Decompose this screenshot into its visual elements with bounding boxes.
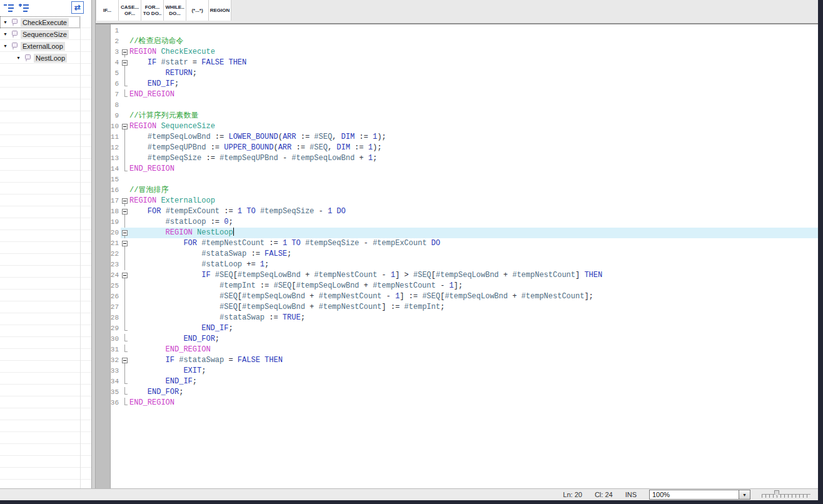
code-line-6[interactable]: 6 END_IF; xyxy=(96,79,818,89)
code-line-35[interactable]: 35 END_FOR; xyxy=(96,387,818,398)
code-line-12[interactable]: 12 #tempSeqUPBnd := UPPER_BOUND(ARR := #… xyxy=(96,143,818,153)
fold-collapse-icon[interactable] xyxy=(121,238,129,249)
code-line-30[interactable]: 30 END_FOR; xyxy=(96,334,818,345)
fold-gutter xyxy=(121,132,129,143)
code-text xyxy=(129,174,818,185)
fold-collapse-icon[interactable] xyxy=(121,196,129,206)
expand-triangle-icon[interactable]: ▼ xyxy=(3,44,10,48)
code-line-28[interactable]: 28 #stataSwap := TRUE; xyxy=(96,313,818,323)
code-line-14[interactable]: 14END_REGION xyxy=(96,164,818,174)
fold-gutter xyxy=(121,143,129,153)
code-text: //计算序列元素数量 xyxy=(129,111,818,121)
code-line-15[interactable]: 15 xyxy=(96,174,818,185)
expand-triangle-icon[interactable]: ▼ xyxy=(3,20,10,24)
code-line-26[interactable]: 26 #SEQ[#tempSeqLowBnd + #tempNestCount … xyxy=(96,291,818,302)
line-number: 29 xyxy=(96,323,121,334)
status-insert-mode: INS xyxy=(625,491,637,498)
fold-collapse-icon[interactable] xyxy=(121,206,129,217)
fold-gutter xyxy=(121,398,129,408)
code-line-33[interactable]: 33 EXIT; xyxy=(96,366,818,376)
sync-navigation-button[interactable]: ⇄ xyxy=(71,1,84,14)
code-line-22[interactable]: 22 #stataSwap := FALSE; xyxy=(96,249,818,260)
chevron-down-icon[interactable]: ▼ xyxy=(739,490,750,499)
code-line-20[interactable]: 20 REGION NestLoop xyxy=(96,228,818,238)
code-line-34[interactable]: 34 END_IF; xyxy=(96,376,818,387)
code-text: #statLoop += 1; xyxy=(129,260,818,270)
tree-item-ExternalLoop[interactable]: ▼ExternalLoop xyxy=(0,40,80,52)
tree-item-SequenceSize[interactable]: ▼SequenceSize xyxy=(0,28,80,40)
zoom-combobox[interactable]: 100% ▼ xyxy=(649,490,750,500)
line-number: 24 xyxy=(96,270,121,281)
status-line-indicator: Ln: 20 xyxy=(563,491,582,498)
insert-comment-button[interactable]: (*...*) xyxy=(186,0,209,21)
line-number: 14 xyxy=(96,164,121,174)
code-text: #tempSeqUPBnd := UPPER_BOUND(ARR := #SEQ… xyxy=(129,143,818,153)
code-line-21[interactable]: 21 FOR #tempNestCount := 1 TO #tempSeqSi… xyxy=(96,238,818,249)
code-line-23[interactable]: 23 #statLoop += 1; xyxy=(96,260,818,270)
tree-item-NestLoop[interactable]: ▼NestLoop xyxy=(0,52,80,64)
expand-triangle-icon[interactable]: ▼ xyxy=(16,56,23,60)
code-line-2[interactable]: 2//检查启动命令 xyxy=(96,36,818,47)
tree-item-CheckExecute[interactable]: ▼CheckExecute xyxy=(0,16,80,28)
zoom-value: 100% xyxy=(650,490,739,499)
insert-while-button[interactable]: WHILE..DO... xyxy=(164,0,186,21)
code-text: END_FOR; xyxy=(129,387,818,398)
fold-gutter xyxy=(121,217,129,228)
line-number: 9 xyxy=(96,111,121,121)
code-line-7[interactable]: 7END_REGION xyxy=(96,89,818,100)
fold-collapse-icon[interactable] xyxy=(121,58,129,68)
fold-gutter xyxy=(121,36,129,47)
insert-case-button[interactable]: CASE...OF... xyxy=(119,0,141,21)
fold-collapse-icon[interactable] xyxy=(121,228,129,238)
fold-gutter xyxy=(121,313,129,323)
code-line-13[interactable]: 13 #tempSeqSize := #tempSeqUPBnd - #temp… xyxy=(96,153,818,164)
fold-collapse-icon[interactable] xyxy=(121,355,129,366)
code-line-19[interactable]: 19 #statLoop := 0; xyxy=(96,217,818,228)
code-line-10[interactable]: 10REGION SequenceSize xyxy=(96,121,818,132)
code-line-32[interactable]: 32 IF #stataSwap = FALSE THEN xyxy=(96,355,818,366)
code-line-1[interactable]: 1 xyxy=(96,26,818,36)
expand-all-icon[interactable] xyxy=(18,3,30,14)
line-number: 28 xyxy=(96,313,121,323)
expand-triangle-icon[interactable]: ▼ xyxy=(3,32,10,36)
code-line-16[interactable]: 16//冒泡排序 xyxy=(96,185,818,196)
line-number: 34 xyxy=(96,376,121,387)
code-line-18[interactable]: 18 FOR #tempExCount := 1 TO #tempSeqSize… xyxy=(96,206,818,217)
code-line-5[interactable]: 5 RETURN; xyxy=(96,68,818,79)
insert-if-button[interactable]: IF... xyxy=(96,0,119,21)
code-line-4[interactable]: 4 IF #statr = FALSE THEN xyxy=(96,58,818,68)
panel-splitter[interactable] xyxy=(91,0,96,489)
code-line-11[interactable]: 11 #tempSeqLowBnd := LOWER_BOUND(ARR := … xyxy=(96,132,818,143)
line-number: 6 xyxy=(96,79,121,89)
line-number: 21 xyxy=(96,238,121,249)
code-line-8[interactable]: 8 xyxy=(96,100,818,111)
code-line-9[interactable]: 9//计算序列元素数量 xyxy=(96,111,818,121)
fold-gutter xyxy=(121,89,129,100)
fold-gutter xyxy=(121,387,129,398)
code-line-3[interactable]: 3REGION CheckExecute xyxy=(96,47,818,58)
fold-collapse-icon[interactable] xyxy=(121,270,129,281)
fold-collapse-icon[interactable] xyxy=(121,121,129,132)
code-text: END_FOR; xyxy=(129,334,818,345)
code-line-27[interactable]: 27 #SEQ[#tempSeqLowBnd + #tempNestCount]… xyxy=(96,302,818,313)
sidebar-row-stripes xyxy=(0,16,91,489)
code-line-31[interactable]: 31 END_REGION xyxy=(96,345,818,355)
insert-region-button[interactable]: REGION xyxy=(209,0,231,21)
code-text: #tempSeqLowBnd := LOWER_BOUND(ARR := #SE… xyxy=(129,132,818,143)
code-line-29[interactable]: 29 END_IF; xyxy=(96,323,818,334)
line-number: 30 xyxy=(96,334,121,345)
code-line-25[interactable]: 25 #tempInt := #SEQ[#tempSeqLowBnd + #te… xyxy=(96,281,818,291)
zoom-slider[interactable] xyxy=(762,490,810,499)
code-text: #statLoop := 0; xyxy=(129,217,818,228)
collapse-all-icon[interactable] xyxy=(3,3,15,14)
region-block-icon xyxy=(11,42,19,50)
code-editor[interactable]: 12//检查启动命令3REGION CheckExecute4 IF #stat… xyxy=(96,24,818,489)
code-line-24[interactable]: 24 IF #SEQ[#tempSeqLowBnd + #tempNestCou… xyxy=(96,270,818,281)
code-text: IF #stataSwap = FALSE THEN xyxy=(129,355,818,366)
code-line-36[interactable]: 36END_REGION xyxy=(96,398,818,408)
window-bottom-edge xyxy=(0,500,823,504)
code-line-17[interactable]: 17REGION ExternalLoop xyxy=(96,196,818,206)
fold-collapse-icon[interactable] xyxy=(121,47,129,58)
text-cursor xyxy=(233,228,234,236)
insert-for-button[interactable]: FOR...TO DO.. xyxy=(141,0,164,21)
